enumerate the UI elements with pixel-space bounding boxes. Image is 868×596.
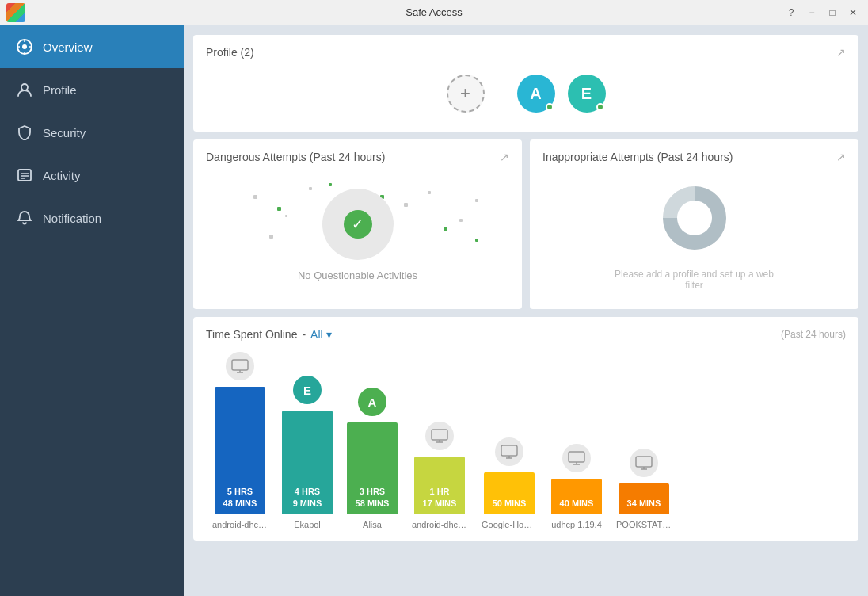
inappropriate-expand[interactable]: ↗: [836, 151, 846, 163]
bar-name-3: android-dhcp-...: [412, 520, 467, 529]
dangerous-chart: ✓ No Questionable Activities: [206, 171, 509, 298]
bar-text-3: 1 HR17 MINS: [423, 486, 457, 509]
bar-device-icon-6: [630, 449, 658, 477]
bar-4[interactable]: 50 MINS: [484, 472, 535, 514]
inappropriate-label: Please add a profile and set up a web fi…: [607, 269, 782, 291]
bar-2[interactable]: 3 HRS58 MINS: [347, 422, 398, 514]
svg-rect-21: [277, 207, 281, 211]
profile-content: + A E: [206, 67, 846, 120]
check-icon: ✓: [344, 210, 372, 239]
svg-rect-14: [428, 191, 431, 194]
bar-wrapper-2: 3 HRS58 MINS: [347, 422, 398, 514]
bar-text-2: 3 HRS58 MINS: [356, 486, 390, 509]
bar-item-1: E4 HRS9 MINSEkapol: [282, 376, 333, 529]
bar-text-4: 50 MINS: [493, 498, 527, 509]
close-button[interactable]: ✕: [844, 4, 862, 21]
bar-device-icon-3: [425, 422, 454, 450]
bar-chart: 5 HRS48 MINSandroid-dhcp-9E4 HRS9 MINSEk…: [206, 352, 846, 529]
bar-avatar-2: A: [358, 388, 386, 416]
svg-rect-28: [232, 360, 248, 370]
dangerous-label: No Questionable Activities: [298, 269, 417, 281]
sidebar-activity-label: Activity: [43, 169, 81, 182]
sidebar-item-profile[interactable]: Profile: [0, 68, 184, 111]
attempts-row: Dangerous Attempts (Past 24 hours) ↗: [193, 139, 858, 309]
bar-item-4: 50 MINSGoogle-Home-...: [482, 437, 537, 529]
time-spent-label: Time Spent Online: [206, 328, 297, 341]
bar-text-0: 5 HRS48 MINS: [223, 486, 257, 509]
bar-3[interactable]: 1 HR17 MINS: [414, 457, 465, 514]
svg-rect-18: [404, 203, 408, 207]
bar-item-6: 34 MINSPOOKSTATION: [616, 449, 672, 529]
bar-name-2: Alisa: [363, 520, 382, 529]
time-title-group: Time Spent Online - All ▾: [206, 328, 332, 341]
minimize-button[interactable]: −: [803, 4, 820, 21]
profile-card-title: Profile (2): [206, 46, 254, 59]
avatar-E-wrap: E: [568, 74, 606, 113]
inappropriate-attempts-card: Inappropriate Attempts (Past 24 hours) ↗: [530, 139, 858, 309]
avatar-E-status: [596, 103, 604, 111]
overview-icon: [16, 38, 33, 55]
sidebar-item-security[interactable]: Security: [0, 111, 184, 154]
app-body: Overview Profile Security: [0, 25, 868, 596]
inappropriate-chart: Please add a profile and set up a web fi…: [542, 171, 846, 298]
bar-0[interactable]: 5 HRS48 MINS: [215, 387, 265, 514]
add-profile-button[interactable]: +: [447, 74, 485, 113]
time-spent-card: Time Spent Online - All ▾ (Past 24 hours…: [193, 317, 858, 541]
profile-icon: [16, 81, 33, 98]
bar-avatar-1: E: [293, 376, 322, 404]
sidebar-item-activity[interactable]: Activity: [0, 154, 184, 197]
bar-text-6: 34 MINS: [627, 498, 661, 509]
profile-card-expand[interactable]: ↗: [836, 46, 846, 59]
notification-icon: [16, 209, 33, 227]
bar-6[interactable]: 34 MINS: [619, 483, 669, 514]
dangerous-expand[interactable]: ↗: [500, 151, 509, 163]
profile-card: Profile (2) ↗ + A E: [193, 35, 858, 132]
dangerous-header: Dangerous Attempts (Past 24 hours) ↗: [206, 151, 509, 163]
bar-device-icon-0: [226, 352, 254, 380]
titlebar: Safe Access ? − □ ✕: [0, 0, 868, 25]
time-filter-dropdown[interactable]: All ▾: [310, 328, 331, 341]
svg-rect-16: [269, 235, 273, 239]
sidebar-profile-label: Profile: [43, 83, 77, 97]
bar-name-0: android-dhcp-9: [212, 520, 268, 529]
bar-wrapper-4: 50 MINS: [484, 472, 535, 514]
svg-rect-34: [501, 445, 517, 456]
app-logo: [6, 3, 25, 22]
no-activity-circle: ✓: [322, 189, 394, 260]
bar-1[interactable]: 4 HRS9 MINS: [282, 411, 333, 514]
sidebar-notification-label: Notification: [43, 212, 101, 225]
security-icon: [16, 124, 33, 141]
bar-5[interactable]: 40 MINS: [551, 479, 602, 514]
svg-point-1: [22, 44, 27, 49]
bar-item-3: 1 HR17 MINSandroid-dhcp-...: [412, 422, 467, 529]
svg-rect-19: [285, 215, 287, 217]
app-title: Safe Access: [405, 6, 463, 18]
dangerous-attempts-card: Dangerous Attempts (Past 24 hours) ↗: [193, 139, 522, 309]
pie-chart: [655, 178, 734, 258]
profile-card-header: Profile (2) ↗: [206, 46, 846, 59]
svg-rect-11: [253, 195, 257, 199]
svg-rect-7: [18, 170, 31, 181]
dangerous-title: Dangerous Attempts (Past 24 hours): [206, 151, 385, 163]
bar-item-0: 5 HRS48 MINSandroid-dhcp-9: [212, 352, 268, 529]
bar-name-5: udhcp 1.19.4: [551, 520, 602, 529]
time-separator: -: [302, 328, 306, 341]
bar-wrapper-3: 1 HR17 MINS: [414, 457, 465, 514]
avatar-A-wrap: A: [517, 74, 555, 113]
svg-point-6: [21, 84, 28, 90]
avatar-A-status: [546, 103, 554, 111]
sidebar-security-label: Security: [43, 126, 86, 139]
sidebar-item-notification[interactable]: Notification: [0, 197, 184, 239]
profile-divider: [501, 74, 501, 113]
svg-rect-37: [569, 452, 584, 462]
help-button[interactable]: ?: [782, 4, 800, 21]
sidebar-item-overview[interactable]: Overview: [0, 25, 184, 68]
svg-rect-25: [475, 239, 478, 242]
bar-text-5: 40 MINS: [560, 498, 594, 509]
inappropriate-title: Inappropriate Attempts (Past 24 hours): [542, 151, 733, 163]
profile-avatars: A E: [517, 74, 606, 113]
time-range-label: (Past 24 hours): [781, 329, 846, 340]
restore-button[interactable]: □: [824, 4, 841, 21]
svg-point-27: [677, 201, 712, 235]
svg-rect-15: [459, 219, 463, 222]
